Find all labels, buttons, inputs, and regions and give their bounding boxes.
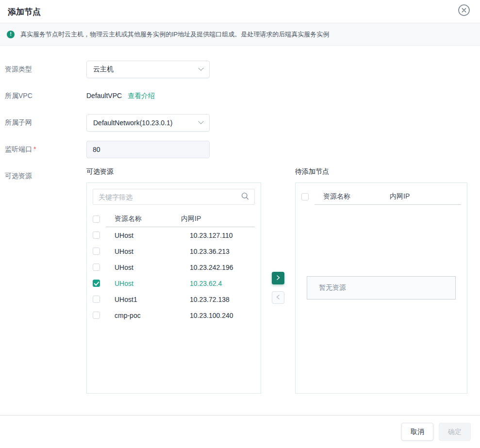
listen-port-label: 监听端口*: [5, 141, 86, 158]
resource-row[interactable]: UHost 10.23.242.196: [87, 259, 261, 275]
resource-name: UHost1: [115, 296, 190, 303]
subnet-label: 所属子网: [5, 114, 86, 132]
column-header-name: 资源名称: [106, 215, 181, 223]
resource-name: cmp-poc: [115, 312, 190, 319]
row-checkbox[interactable]: [93, 280, 100, 287]
resource-type-select[interactable]: 云主机: [86, 61, 210, 78]
resource-row[interactable]: UHost 10.23.36.213: [87, 243, 261, 259]
column-header-ip: 内网IP: [390, 192, 461, 201]
resource-row[interactable]: UHost 10.23.62.4: [87, 275, 261, 291]
subnet-select[interactable]: DefaultNetwork(10.23.0.1): [86, 114, 210, 132]
resource-ip: 10.23.100.240: [190, 312, 255, 319]
row-checkbox[interactable]: [93, 264, 100, 271]
vpc-value: DefaultVPC: [86, 92, 122, 100]
resources-label: 可选资源: [5, 167, 86, 394]
keyword-filter-input[interactable]: [99, 193, 241, 201]
resource-ip: 10.23.242.196: [190, 264, 255, 271]
resource-type-row: 资源类型 云主机: [5, 61, 480, 78]
confirm-button[interactable]: 确定: [439, 423, 471, 441]
resource-name: UHost: [115, 248, 190, 255]
chevron-down-icon: [198, 66, 203, 71]
empty-state-text: 暂无资源: [319, 283, 346, 292]
empty-state: 暂无资源: [307, 276, 456, 299]
listen-port-input[interactable]: [86, 141, 210, 158]
resources-row: 可选资源 可选资源: [5, 167, 480, 394]
resource-ip: 10.23.127.110: [190, 232, 255, 239]
close-button[interactable]: [458, 4, 470, 17]
resource-ip: 10.23.72.138: [190, 296, 255, 303]
row-checkbox[interactable]: [93, 232, 100, 239]
resource-name: UHost: [115, 232, 190, 239]
available-resources-title: 可选资源: [86, 167, 261, 176]
column-header-ip: 内网IP: [181, 215, 255, 223]
row-checkbox[interactable]: [93, 312, 100, 319]
resource-name: UHost: [115, 264, 190, 271]
cancel-button[interactable]: 取消: [401, 423, 433, 441]
listen-port-row: 监听端口*: [5, 141, 480, 158]
resource-type-label: 资源类型: [5, 61, 86, 78]
resource-ip: 10.23.36.213: [190, 248, 255, 255]
vpc-row: 所属VPC DefaultVPC 查看介绍: [5, 87, 480, 105]
pending-nodes-title: 待添加节点: [295, 167, 467, 176]
chevron-left-icon: [275, 294, 281, 301]
keyword-filter: [93, 189, 255, 205]
circle-x-icon: [458, 4, 470, 18]
required-asterisk: *: [33, 145, 36, 153]
select-all-checkbox[interactable]: [301, 193, 309, 200]
chevron-down-icon: [198, 119, 203, 124]
available-resources-column: 可选资源: [86, 167, 261, 394]
pending-nodes-column: 待添加节点 资源名称 内网IP 暂无资源: [295, 167, 467, 394]
move-right-button[interactable]: [272, 272, 284, 284]
exclamation-circle-icon: !: [7, 31, 15, 38]
info-banner-text: 真实服务节点时云主机，物理云主机或其他服务实例的IP地址及提供端口组成。是处理请…: [20, 30, 329, 39]
move-left-button[interactable]: [272, 291, 284, 304]
dialog-title: 添加节点: [8, 6, 472, 17]
pending-table-header: 资源名称 内网IP: [296, 189, 467, 205]
dialog-footer: 取消 确定: [0, 415, 480, 448]
subnet-value: DefaultNetwork(10.23.0.1): [93, 119, 172, 127]
row-checkbox[interactable]: [93, 248, 100, 255]
add-node-form: 资源类型 云主机 所属VPC DefaultVPC 查看介绍 所属子网 Defa…: [0, 46, 480, 394]
add-node-dialog: 添加节点 ! 真实服务节点时云主机，物理云主机或其他服务实例的IP地址及提供端口…: [0, 0, 480, 448]
dialog-header: 添加节点: [0, 0, 480, 23]
subnet-row: 所属子网 DefaultNetwork(10.23.0.1): [5, 114, 480, 132]
chevron-right-icon: [275, 275, 281, 282]
row-checkbox[interactable]: [93, 296, 100, 303]
transfer-widget: 可选资源: [86, 167, 467, 394]
column-header-name: 资源名称: [314, 192, 390, 201]
vpc-label: 所属VPC: [5, 87, 86, 105]
pending-nodes-panel: 资源名称 内网IP 暂无资源: [295, 183, 467, 394]
resource-type-value: 云主机: [93, 65, 114, 74]
resource-name: UHost: [115, 280, 190, 287]
magnifier-icon: [241, 192, 249, 202]
available-resources-panel: 资源名称 内网IP UHost 10.23.127.110 UHost: [86, 183, 261, 394]
transfer-controls: [261, 167, 295, 394]
resource-row[interactable]: UHost 10.23.127.110: [87, 227, 261, 243]
vpc-intro-link[interactable]: 查看介绍: [128, 92, 155, 100]
info-banner: ! 真实服务节点时云主机，物理云主机或其他服务实例的IP地址及提供端口组成。是处…: [0, 23, 480, 46]
select-all-checkbox[interactable]: [93, 216, 100, 223]
resource-row[interactable]: cmp-poc 10.23.100.240: [87, 307, 261, 323]
resource-ip: 10.23.62.4: [190, 280, 255, 287]
resource-row[interactable]: UHost1 10.23.72.138: [87, 291, 261, 307]
available-table-header: 资源名称 内网IP: [87, 211, 261, 227]
